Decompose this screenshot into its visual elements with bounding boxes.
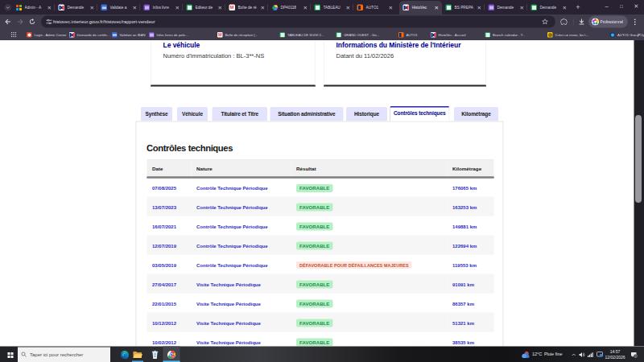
- svg-text:1: 1: [635, 355, 637, 358]
